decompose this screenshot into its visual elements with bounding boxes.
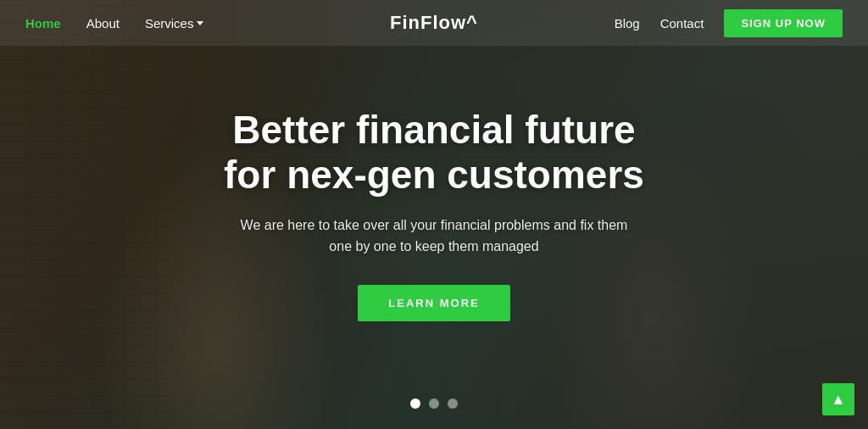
nav-right: Blog Contact SIGN UP NOW [615,9,843,37]
hero-section: Home About Services FinFlow^ Blog Contac… [0,0,868,429]
carousel-dot-2[interactable] [429,398,439,409]
nav-services-label: Services [145,16,194,31]
nav-contact[interactable]: Contact [660,16,704,31]
nav-left: Home About Services [25,16,203,31]
hero-subtitle: We are here to take over all your financ… [231,214,637,258]
nav-home[interactable]: Home [25,16,61,31]
hero-title-line1: Better financial future [232,108,635,152]
carousel-dots [410,398,458,409]
carousel-dot-1[interactable] [410,398,420,409]
hero-title: Better financial future for nex-gen cust… [137,108,731,198]
nav-services-item[interactable]: Services [145,16,204,31]
learn-more-button[interactable]: LEARN MORE [358,285,509,321]
carousel-dot-3[interactable] [448,398,458,409]
scroll-top-button[interactable]: ▲ [822,383,854,415]
nav-blog[interactable]: Blog [615,16,640,31]
hero-title-line2: for nex-gen customers [224,153,644,197]
scroll-top-icon: ▲ [831,391,846,409]
site-logo[interactable]: FinFlow^ [390,12,478,34]
navbar: Home About Services FinFlow^ Blog Contac… [0,0,868,46]
signup-button[interactable]: SIGN UP NOW [724,9,843,37]
nav-about[interactable]: About [86,16,120,31]
chevron-down-icon [197,21,203,25]
hero-content: Better financial future for nex-gen cust… [137,108,731,321]
